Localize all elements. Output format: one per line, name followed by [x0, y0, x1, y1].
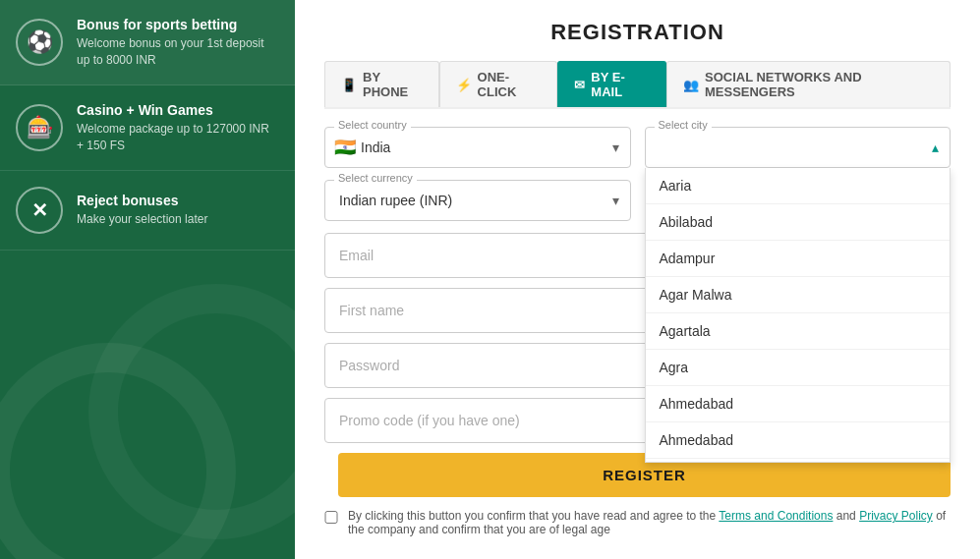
privacy-link[interactable]: Privacy Policy	[859, 509, 933, 523]
currency-select[interactable]: Indian rupee (INR)	[324, 180, 631, 221]
country-select-wrapper: 🇮🇳 India ▾	[324, 127, 631, 168]
terms-row: By clicking this button you confirm that…	[324, 509, 951, 536]
city-option[interactable]: Ahmednagar	[646, 459, 951, 463]
close-icon: ✕	[16, 187, 63, 234]
sidebar-item-title: Bonus for sports betting	[77, 16, 279, 33]
sidebar-item-subtitle: Make your selection later	[77, 211, 207, 228]
city-option[interactable]: Agartala	[646, 313, 951, 350]
sidebar-item-text: Bonus for sports betting Welcome bonus o…	[77, 16, 279, 69]
tab-social-label: SOCIAL NETWORKS AND MESSENGERS	[705, 70, 934, 99]
email-icon: ✉	[574, 78, 585, 92]
page-title: REGISTRATION	[324, 20, 951, 45]
terms-link[interactable]: Terms and Conditions	[719, 509, 833, 523]
terms-checkbox[interactable]	[324, 511, 338, 524]
city-group: Select city ▴ AariaAbilabadAdampurAgar M…	[645, 127, 951, 168]
city-option[interactable]: Ahmedabad	[646, 422, 951, 459]
city-option[interactable]: Agar Malwa	[646, 277, 951, 313]
sidebar-item-reject[interactable]: ✕ Reject bonuses Make your selection lat…	[0, 171, 295, 251]
soccer-ball-icon: ⚽	[16, 19, 63, 66]
lightning-icon: ⚡	[456, 78, 472, 92]
city-dropdown: AariaAbilabadAdampurAgar MalwaAgartalaAg…	[645, 168, 951, 463]
sidebar-item-text: Reject bonuses Make your selection later	[77, 192, 207, 228]
terms-text: By clicking this button you confirm that…	[348, 509, 951, 536]
tab-by-email-label: BY E-MAIL	[591, 70, 650, 99]
city-option[interactable]: Aaria	[646, 168, 951, 204]
social-icon: 👥	[683, 78, 699, 92]
sidebar-item-title: Reject bonuses	[77, 192, 207, 209]
casino-icon: 🎰	[16, 104, 63, 151]
tab-by-phone[interactable]: 📱 BY PHONE	[324, 61, 439, 107]
city-label: Select city	[655, 119, 712, 131]
currency-select-wrapper: Indian rupee (INR) ▾	[324, 180, 631, 221]
country-group: Select country 🇮🇳 India ▾	[324, 127, 631, 168]
sidebar: ⚽ Bonus for sports betting Welcome bonus…	[0, 0, 295, 559]
country-city-row: Select country 🇮🇳 India ▾ Select city ▴ …	[324, 127, 951, 168]
sidebar-item-title: Casino + Win Games	[77, 101, 279, 119]
sidebar-item-text: Casino + Win Games Welcome package up to…	[77, 101, 279, 154]
city-option[interactable]: Abilabad	[646, 204, 951, 241]
tab-social[interactable]: 👥 SOCIAL NETWORKS AND MESSENGERS	[666, 61, 951, 107]
city-option[interactable]: Adampur	[646, 241, 951, 277]
currency-label: Select currency	[334, 172, 417, 184]
country-label: Select country	[334, 119, 411, 131]
sidebar-item-casino[interactable]: 🎰 Casino + Win Games Welcome package up …	[0, 85, 295, 171]
city-option[interactable]: Agra	[646, 350, 951, 386]
tab-by-email[interactable]: ✉ BY E-MAIL	[557, 61, 666, 107]
tab-one-click[interactable]: ⚡ ONE-CLICK	[439, 61, 558, 107]
tab-one-click-label: ONE-CLICK	[478, 70, 542, 99]
city-option[interactable]: Ahmedabad	[646, 386, 951, 422]
tab-by-phone-label: BY PHONE	[363, 70, 423, 99]
sidebar-item-subtitle: Welcome package up to 127000 INR + 150 F…	[77, 121, 279, 154]
currency-group: Select currency Indian rupee (INR) ▾	[324, 180, 631, 221]
city-input[interactable]	[645, 127, 951, 168]
phone-icon: 📱	[341, 78, 357, 92]
registration-tabs: 📱 BY PHONE ⚡ ONE-CLICK ✉ BY E-MAIL 👥 SOC…	[324, 61, 951, 109]
sidebar-item-bonus-sports[interactable]: ⚽ Bonus for sports betting Welcome bonus…	[0, 0, 295, 85]
sidebar-item-subtitle: Welcome bonus on your 1st deposit up to …	[77, 35, 279, 69]
main-content: REGISTRATION 📱 BY PHONE ⚡ ONE-CLICK ✉ BY…	[295, 0, 980, 559]
country-select[interactable]: India	[324, 127, 631, 168]
